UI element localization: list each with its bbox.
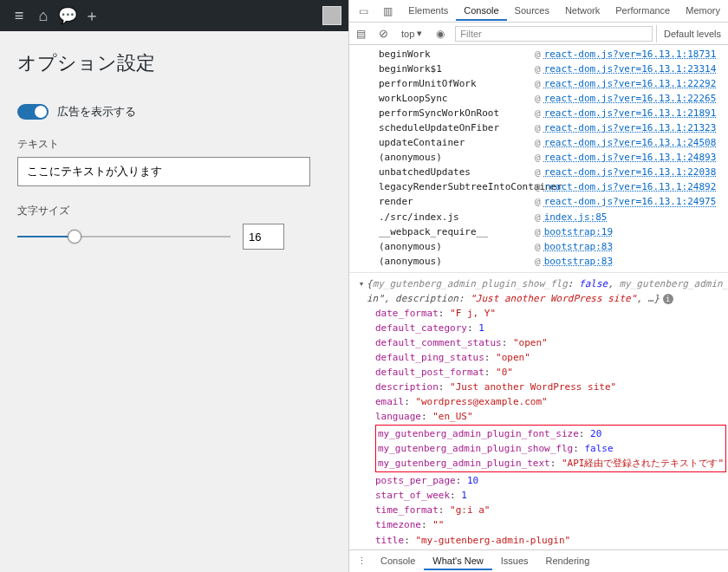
stack-frame: performSyncWorkOnRoot@react-dom.js?ver=1…: [349, 106, 728, 120]
console-toolbar: ▤ ⊘ top▾ ◉ Filter Default levels: [349, 23, 728, 45]
object-property: default_ping_status: "open": [375, 350, 728, 365]
source-link[interactable]: bootstrap:19: [544, 226, 613, 237]
object-property: language: "en_US": [375, 409, 728, 424]
font-size-value-input[interactable]: [243, 224, 284, 250]
source-link[interactable]: react-dom.js?ver=16.13.1:21891: [544, 107, 717, 119]
source-link[interactable]: bootstrap:83: [544, 256, 613, 267]
tab-sources[interactable]: Sources: [507, 2, 557, 21]
stack-frame: workLoopSync@react-dom.js?ver=16.13.1:22…: [349, 91, 728, 106]
show-ads-toggle[interactable]: [17, 104, 49, 120]
object-property: date_format: "F j, Y": [375, 306, 728, 321]
stack-frame: performUnitOfWork@react-dom.js?ver=16.13…: [349, 76, 728, 91]
devtools-main-tabs: ▭ ▥ ElementsConsoleSourcesNetworkPerform…: [349, 0, 728, 23]
devtools-pane: ▭ ▥ ElementsConsoleSourcesNetworkPerform…: [349, 0, 728, 572]
drawer-menu-icon[interactable]: ⋮: [353, 556, 370, 567]
stack-trace: beginWork@react-dom.js?ver=16.13.1:18731…: [349, 45, 728, 272]
object-property: default_comment_status: "open": [375, 335, 728, 350]
eye-icon[interactable]: ◉: [429, 28, 452, 40]
clear-console-icon[interactable]: ⊘: [372, 27, 394, 40]
home-icon[interactable]: ⌂: [31, 3, 55, 28]
stack-frame: (anonymous)@bootstrap:83: [349, 254, 728, 269]
source-link[interactable]: react-dom.js?ver=16.13.1:24975: [544, 196, 717, 207]
object-property: description: "Just another WordPress sit…: [375, 380, 728, 394]
comment-icon[interactable]: 💬: [55, 3, 80, 28]
text-field-label: テキスト: [17, 137, 331, 152]
admin-toolbar: ≡ ⌂ 💬 ＋: [0, 0, 348, 31]
object-properties-after: posts_per_page: 10start_of_week: 1time_f…: [375, 473, 728, 549]
object-summary: {my_gutenberg_admin_plugin_show_flg: fal…: [367, 276, 728, 306]
drawer-tab-issues[interactable]: Issues: [492, 553, 537, 570]
execution-context-select[interactable]: top▾: [394, 28, 429, 39]
drawer-tab-console[interactable]: Console: [372, 553, 424, 570]
inspect-icon[interactable]: ▭: [353, 5, 375, 17]
object-property: my_gutenberg_admin_plugin_text: "API経由で登…: [378, 456, 724, 471]
info-icon[interactable]: i: [663, 294, 673, 304]
font-size-label: 文字サイズ: [17, 204, 331, 218]
object-properties: date_format: "F j, Y"default_category: 1…: [375, 306, 728, 424]
show-ads-label: 広告を表示する: [57, 104, 136, 120]
object-property: my_gutenberg_admin_plugin_show_flg: fals…: [378, 441, 724, 456]
tab-performance[interactable]: Performance: [608, 2, 678, 21]
devtools-drawer-tabs: ⋮ ConsoleWhat's NewIssuesRendering: [349, 549, 728, 572]
source-link[interactable]: react-dom.js?ver=16.13.1:24893: [544, 152, 717, 163]
drawer-tab-rendering[interactable]: Rendering: [537, 553, 599, 570]
stack-frame: legacyRenderSubtreeIntoContainer@react-d…: [349, 179, 728, 194]
stack-frame: beginWork@react-dom.js?ver=16.13.1:18731: [349, 47, 728, 62]
tab-console[interactable]: Console: [456, 2, 506, 21]
source-link[interactable]: react-dom.js?ver=16.13.1:18731: [544, 49, 717, 60]
source-link[interactable]: react-dom.js?ver=16.13.1:24892: [544, 181, 717, 192]
source-link[interactable]: react-dom.js?ver=16.13.1:22265: [544, 93, 717, 104]
show-ads-row: 広告を表示する: [17, 104, 331, 120]
stack-frame: beginWork$1@react-dom.js?ver=16.13.1:233…: [349, 62, 728, 76]
highlighted-properties: my_gutenberg_admin_plugin_font_size: 20m…: [375, 425, 726, 472]
stack-frame: (anonymous)@bootstrap:83: [349, 239, 728, 254]
object-property: default_category: 1: [375, 321, 728, 335]
source-link[interactable]: bootstrap:83: [544, 241, 613, 252]
wordpress-admin-pane: ≡ ⌂ 💬 ＋ オプション設定 広告を表示する テキスト 文字サイズ: [0, 0, 349, 572]
source-link[interactable]: react-dom.js?ver=16.13.1:22292: [544, 78, 717, 89]
stack-frame: render@react-dom.js?ver=16.13.1:24975: [349, 194, 728, 209]
settings-panel: オプション設定 広告を表示する テキスト 文字サイズ: [0, 31, 348, 281]
object-property: posts_per_page: 10: [375, 473, 728, 488]
object-property: title: "my-gutenberg-admin-plugin": [375, 533, 728, 548]
source-link[interactable]: react-dom.js?ver=16.13.1:23314: [544, 63, 717, 75]
drawer-tab-what-s-new[interactable]: What's New: [424, 553, 491, 570]
object-property: time_format: "g:i a": [375, 503, 728, 517]
disclosure-triangle-icon[interactable]: ▾: [356, 276, 367, 291]
filter-input[interactable]: Filter: [455, 26, 653, 42]
object-property: timezone: "": [375, 517, 728, 532]
object-property: start_of_week: 1: [375, 488, 728, 503]
console-output: beginWork@react-dom.js?ver=16.13.1:18731…: [349, 45, 728, 549]
object-property: default_post_format: "0": [375, 365, 728, 380]
tab-network[interactable]: Network: [557, 2, 608, 21]
device-toggle-icon[interactable]: ▥: [377, 5, 400, 17]
sidebar-toggle-icon[interactable]: ▤: [349, 28, 372, 40]
font-size-range[interactable]: [17, 228, 231, 245]
source-link[interactable]: react-dom.js?ver=16.13.1:21323: [544, 122, 717, 133]
plus-icon[interactable]: ＋: [80, 3, 104, 28]
avatar[interactable]: [322, 6, 341, 25]
source-link[interactable]: index.js:85: [544, 211, 608, 223]
tab-memory[interactable]: Memory: [678, 2, 728, 21]
log-levels-select[interactable]: Default levels: [656, 25, 728, 42]
font-size-block: 文字サイズ: [17, 204, 331, 250]
object-property: my_gutenberg_admin_plugin_font_size: 20: [378, 426, 724, 441]
page-title: オプション設定: [17, 50, 331, 76]
stack-frame: updateContainer@react-dom.js?ver=16.13.1…: [349, 135, 728, 150]
source-link[interactable]: react-dom.js?ver=16.13.1:22038: [544, 166, 717, 178]
logged-object: ▾ {my_gutenberg_admin_plugin_show_flg: f…: [349, 272, 728, 306]
source-link[interactable]: react-dom.js?ver=16.13.1:24508: [544, 137, 717, 148]
stack-frame: ./src/index.js@index.js:85: [349, 210, 728, 224]
text-input[interactable]: [17, 157, 310, 186]
stack-frame: unbatchedUpdates@react-dom.js?ver=16.13.…: [349, 165, 728, 179]
tab-elements[interactable]: Elements: [400, 2, 456, 21]
stack-frame: __webpack_require__@bootstrap:19: [349, 224, 728, 239]
stack-frame: (anonymous)@react-dom.js?ver=16.13.1:248…: [349, 150, 728, 165]
menu-icon[interactable]: ≡: [7, 3, 31, 28]
text-field-block: テキスト: [17, 137, 331, 186]
object-property: email: "wordpress@example.com": [375, 394, 728, 409]
stack-frame: scheduleUpdateOnFiber@react-dom.js?ver=1…: [349, 120, 728, 135]
